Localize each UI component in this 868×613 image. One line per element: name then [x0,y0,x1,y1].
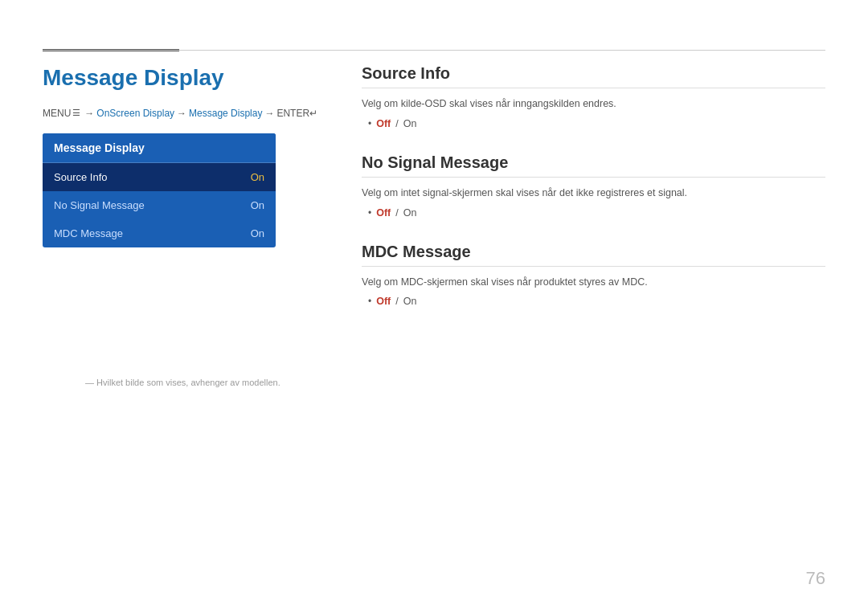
bullet-3: • [368,296,371,307]
no-signal-option-on: On [403,207,417,219]
source-info-option-sep: / [395,118,398,129]
menu-item-mdc-message[interactable]: MDC Message On [43,219,276,247]
section-mdc: MDC Message Velg om MDC-skjermen skal vi… [362,243,825,308]
bullet-2: • [368,207,371,219]
menu-item-no-signal-label: No Signal Message [54,199,145,211]
section-source-info-option: • Off / On [368,118,825,129]
menu-item-no-signal-value: On [251,199,264,211]
section-source-info: Source Info Velg om kilde-OSD skal vises… [362,64,825,129]
no-signal-option-sep: / [395,207,398,219]
section-mdc-title: MDC Message [362,243,825,267]
mdc-option-sep: / [395,296,398,307]
menu-icon: ☰ [72,108,80,118]
breadcrumb-enter-label: ENTER [276,108,309,119]
right-column: Source Info Velg om kilde-OSD skal vises… [362,64,825,331]
breadcrumb-step1[interactable]: OnScreen Display [96,108,174,119]
section-mdc-option: • Off / On [368,296,825,307]
top-rule [43,50,825,51]
mdc-option-on: On [403,296,417,307]
menu-panel-header: Message Display [43,133,276,163]
menu-item-mdc-label: MDC Message [54,227,123,239]
breadcrumb-arrow-2: → [177,108,186,119]
breadcrumb-arrow-1: → [84,108,94,119]
page-number: 76 [806,568,825,589]
section-source-info-desc: Velg om kilde-OSD skal vises når inngang… [362,96,825,112]
breadcrumb-menu-label: MENU [43,108,71,119]
footnote: ― Hvilket bilde som vises, avhenger av m… [85,378,280,387]
source-info-option-on: On [403,118,417,129]
section-source-info-title: Source Info [362,64,825,88]
menu-item-source-info-value: On [251,171,264,183]
section-no-signal-title: No Signal Message [362,153,825,178]
bullet-1: • [368,118,371,129]
menu-item-no-signal[interactable]: No Signal Message On [43,191,276,219]
breadcrumb-arrow-3: → [264,108,274,119]
mdc-option-off: Off [376,296,391,307]
enter-icon: ↵ [309,108,317,119]
section-no-signal: No Signal Message Velg om intet signal-s… [362,153,825,219]
menu-panel: Message Display Source Info On No Signal… [43,133,276,247]
breadcrumb: MENU ☰ → OnScreen Display → Message Disp… [43,108,340,119]
section-mdc-desc: Velg om MDC-skjermen skal vises når prod… [362,275,825,290]
menu-item-mdc-value: On [251,227,264,239]
source-info-option-off: Off [376,118,391,129]
no-signal-option-off: Off [376,207,391,219]
breadcrumb-step2[interactable]: Message Display [189,108,262,119]
menu-item-source-info[interactable]: Source Info On [43,163,276,191]
section-no-signal-desc: Velg om intet signal-skjermen skal vises… [362,186,825,201]
page-container: Message Display MENU ☰ → OnScreen Displa… [0,0,868,613]
section-no-signal-option: • Off / On [368,207,825,219]
page-title: Message Display [43,64,340,92]
menu-item-source-info-label: Source Info [54,171,108,183]
left-column: Message Display MENU ☰ → OnScreen Displa… [43,64,340,247]
